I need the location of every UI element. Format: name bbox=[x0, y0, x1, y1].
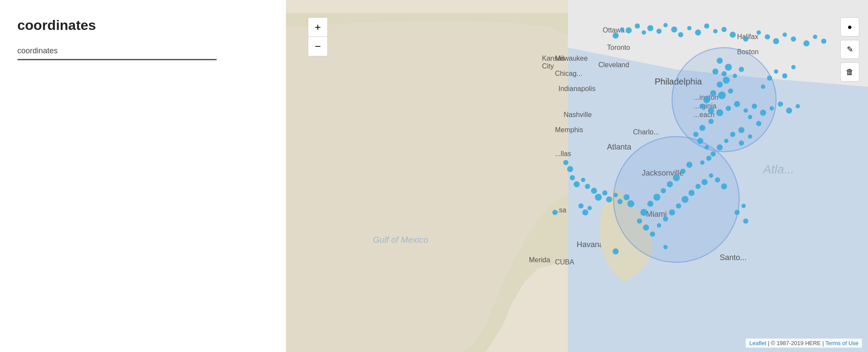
svg-point-95 bbox=[667, 181, 673, 187]
svg-point-104 bbox=[663, 216, 668, 222]
svg-point-50 bbox=[783, 33, 787, 37]
svg-text:City: City bbox=[542, 62, 554, 70]
svg-text:Chicag...: Chicag... bbox=[555, 70, 582, 77]
svg-point-87 bbox=[717, 144, 723, 150]
svg-point-65 bbox=[728, 88, 733, 94]
svg-point-54 bbox=[821, 39, 826, 44]
svg-point-128 bbox=[587, 206, 592, 210]
svg-point-91 bbox=[748, 134, 752, 139]
svg-point-116 bbox=[581, 178, 585, 182]
svg-point-80 bbox=[796, 104, 800, 108]
svg-point-77 bbox=[770, 106, 774, 111]
svg-point-93 bbox=[680, 169, 685, 174]
svg-point-117 bbox=[585, 184, 590, 189]
svg-point-39 bbox=[678, 32, 683, 37]
edit-button[interactable]: ✎ bbox=[840, 40, 859, 59]
draw-button[interactable]: ● bbox=[840, 17, 859, 36]
svg-point-109 bbox=[695, 184, 701, 189]
svg-text:Charlo...: Charlo... bbox=[633, 128, 659, 136]
zoom-in-button[interactable]: + bbox=[308, 18, 327, 37]
svg-point-68 bbox=[703, 96, 710, 103]
svg-point-67 bbox=[710, 90, 716, 96]
svg-point-130 bbox=[613, 248, 619, 254]
svg-point-75 bbox=[752, 104, 757, 109]
svg-text:Cleveland: Cleveland bbox=[598, 61, 629, 68]
field-underline bbox=[17, 59, 217, 60]
svg-point-60 bbox=[712, 68, 718, 75]
map-attribution: Leaflet | © 1987-2019 HERE | Terms of Us… bbox=[746, 339, 862, 348]
leaflet-link[interactable]: Leaflet bbox=[749, 340, 766, 346]
svg-text:Santo...: Santo... bbox=[720, 253, 747, 262]
svg-point-52 bbox=[803, 40, 809, 46]
map-container[interactable]: Atla... Gulf of Mexico Ottawa Halifax To… bbox=[286, 0, 868, 352]
left-panel: coordinates coordinates bbox=[0, 0, 286, 352]
svg-point-41 bbox=[695, 29, 701, 36]
svg-text:...llas: ...llas bbox=[555, 150, 571, 157]
svg-point-81 bbox=[708, 119, 714, 124]
svg-point-140 bbox=[706, 156, 711, 161]
svg-point-76 bbox=[760, 110, 766, 116]
svg-point-107 bbox=[682, 196, 689, 203]
svg-point-119 bbox=[595, 194, 602, 201]
svg-point-74 bbox=[744, 108, 748, 113]
terms-link[interactable]: Terms of Use bbox=[825, 340, 858, 346]
svg-text:Atlanta: Atlanta bbox=[607, 143, 632, 151]
svg-point-62 bbox=[739, 67, 744, 72]
svg-point-63 bbox=[723, 77, 730, 84]
svg-point-101 bbox=[643, 225, 649, 231]
svg-point-66 bbox=[718, 91, 726, 99]
svg-point-31 bbox=[613, 137, 739, 262]
svg-point-32 bbox=[626, 27, 632, 33]
svg-point-142 bbox=[567, 166, 573, 172]
svg-point-49 bbox=[773, 38, 779, 44]
svg-point-96 bbox=[661, 188, 666, 193]
svg-point-97 bbox=[653, 194, 660, 201]
svg-point-141 bbox=[563, 160, 568, 165]
svg-point-72 bbox=[726, 106, 731, 111]
svg-point-78 bbox=[778, 101, 783, 107]
svg-point-144 bbox=[741, 204, 746, 208]
svg-point-136 bbox=[774, 69, 778, 74]
svg-point-83 bbox=[693, 132, 698, 137]
svg-point-121 bbox=[606, 196, 612, 202]
svg-point-73 bbox=[734, 101, 740, 107]
svg-point-139 bbox=[700, 160, 705, 165]
svg-point-103 bbox=[657, 223, 661, 228]
svg-point-146 bbox=[663, 245, 668, 249]
svg-point-30 bbox=[672, 48, 776, 152]
svg-point-71 bbox=[716, 109, 723, 116]
svg-point-43 bbox=[713, 29, 718, 33]
svg-point-64 bbox=[717, 81, 723, 88]
svg-point-111 bbox=[709, 173, 713, 178]
svg-point-35 bbox=[647, 25, 653, 31]
svg-point-145 bbox=[743, 218, 748, 224]
svg-point-124 bbox=[623, 194, 630, 200]
svg-point-89 bbox=[730, 132, 735, 137]
svg-point-100 bbox=[637, 218, 642, 224]
svg-point-122 bbox=[613, 193, 618, 197]
svg-point-51 bbox=[791, 36, 796, 42]
svg-point-48 bbox=[765, 34, 770, 39]
map-background: Atla... Gulf of Mexico Ottawa Halifax To… bbox=[286, 0, 868, 352]
svg-point-123 bbox=[617, 199, 623, 204]
svg-point-69 bbox=[700, 104, 705, 109]
svg-point-56 bbox=[620, 27, 624, 32]
svg-point-113 bbox=[721, 183, 727, 189]
svg-point-58 bbox=[725, 64, 732, 71]
zoom-out-button[interactable]: − bbox=[308, 37, 327, 56]
svg-point-129 bbox=[552, 210, 558, 215]
svg-point-138 bbox=[791, 65, 796, 69]
svg-point-98 bbox=[647, 201, 653, 207]
svg-point-108 bbox=[689, 190, 695, 196]
svg-point-59 bbox=[721, 71, 727, 76]
svg-point-112 bbox=[715, 177, 720, 183]
svg-text:Gulf of Mexico: Gulf of Mexico bbox=[373, 235, 428, 244]
svg-text:Indianapolis: Indianapolis bbox=[558, 85, 595, 92]
svg-point-55 bbox=[613, 33, 619, 39]
delete-button[interactable]: 🗑 bbox=[840, 62, 859, 81]
svg-point-132 bbox=[748, 115, 752, 119]
zoom-controls: + − bbox=[308, 17, 328, 56]
svg-point-82 bbox=[699, 125, 705, 131]
attribution-text: | © 1987-2019 HERE | bbox=[768, 340, 824, 346]
svg-point-90 bbox=[738, 127, 744, 133]
